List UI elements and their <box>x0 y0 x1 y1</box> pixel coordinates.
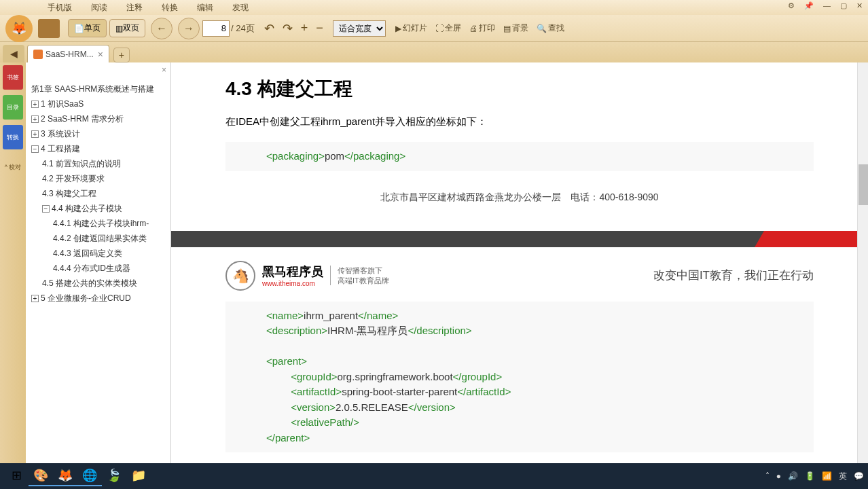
expand-icon[interactable]: + <box>31 130 39 138</box>
tray-volume-icon[interactable]: 🔊 <box>788 471 798 481</box>
code-block: <name>ihrm_parent</name> <description>IH… <box>225 302 814 453</box>
brand-logo-icon: 🐴 <box>225 261 255 291</box>
zoom-select[interactable]: 适合宽度 <box>333 20 386 37</box>
tree-node[interactable]: −4 工程搭建 <box>29 141 168 156</box>
open-folder-icon[interactable] <box>38 19 60 38</box>
view-double-button[interactable]: ▥双页 <box>109 19 145 37</box>
page-header: 🐴 黑马程序员www.itheima.com 传智播客旗下高端IT教育品牌 改变… <box>171 261 868 291</box>
print-button[interactable]: 🖨打印 <box>469 22 495 34</box>
tree-node[interactable]: +1 初识SaaS <box>29 96 168 111</box>
outline-panel: × 第1章 SAAS-HRM系统概述与搭建 +1 初识SaaS +2 SaaS-… <box>26 62 171 463</box>
expand-icon[interactable]: + <box>31 115 39 123</box>
taskbar-app[interactable]: 🦊 <box>53 466 77 486</box>
tree-node[interactable]: +2 SaaS-HRM 需求分析 <box>29 111 168 126</box>
fullscreen-button[interactable]: ⛶全屏 <box>435 22 461 34</box>
taskbar-explorer[interactable]: 📁 <box>126 466 151 486</box>
outline-tree: 第1章 SAAS-HRM系统概述与搭建 +1 初识SaaS +2 SaaS-HR… <box>26 62 170 308</box>
vertical-scrollbar[interactable] <box>857 62 868 463</box>
page-footer: 北京市昌平区建材城西路金燕龙办公楼一层 电话：400-618-9090 <box>225 192 814 204</box>
minimize-icon[interactable]: — <box>820 1 833 10</box>
tree-node[interactable]: −4.4 构建公共子模块 <box>29 201 168 216</box>
toolbar: 🦊 📄单页 ▥双页 ← → / 24页 ↶ ↷ + − 适合宽度 ▶幻灯片 ⛶全… <box>0 15 868 42</box>
page-input[interactable] <box>202 20 230 37</box>
app-logo-icon[interactable]: 🦊 <box>5 15 33 42</box>
tab-back-button[interactable]: ◀ <box>3 45 24 62</box>
tray-chevron-icon[interactable]: ˄ <box>765 471 770 481</box>
page-separator <box>171 231 868 247</box>
intro-text: 在IDEA中创建父工程ihrm_parent并导入相应的坐标如下： <box>225 115 814 128</box>
search-button[interactable]: 🔍查找 <box>537 22 564 34</box>
tray-wifi-icon[interactable]: 📶 <box>822 471 832 481</box>
tab-close-icon[interactable]: × <box>98 49 103 60</box>
outline-close-icon[interactable]: × <box>162 65 166 75</box>
menu-discover[interactable]: 发现 <box>232 2 249 14</box>
tree-chapter[interactable]: 第1章 SAAS-HRM系统概述与搭建 <box>29 82 168 96</box>
tray-battery-icon[interactable]: 🔋 <box>805 471 815 481</box>
maximize-icon[interactable]: ▢ <box>837 1 850 10</box>
windows-taskbar: ⊞ 🎨 🦊 🌐 🍃 📁 ˄ ● 🔊 🔋 📶 英 💬 <box>0 463 868 489</box>
document-tab[interactable]: SaaS-HRM... × <box>27 45 109 62</box>
menu-edit[interactable]: 编辑 <box>197 2 213 14</box>
taskbar-app[interactable]: 🍃 <box>102 466 126 486</box>
prev-page-button[interactable]: ← <box>151 18 173 39</box>
view-single-button[interactable]: 📄单页 <box>68 19 107 37</box>
tab-bar: ◀ SaaS-HRM... × + <box>0 42 868 62</box>
next-page-button[interactable]: → <box>178 18 200 39</box>
undo-icon[interactable]: ↶ <box>264 21 274 36</box>
taskbar-app[interactable]: 🎨 <box>29 466 53 486</box>
page-total: / 24页 <box>231 22 255 35</box>
section-title: 4.3 构建父工程 <box>225 76 814 102</box>
menu-read[interactable]: 阅读 <box>91 2 107 14</box>
convert-panel-icon[interactable]: 转换 <box>3 125 23 149</box>
tree-node[interactable]: +5 企业微服务-企业CRUD <box>29 291 168 306</box>
tray-notification-icon[interactable]: 💬 <box>854 471 864 481</box>
settings-icon[interactable]: ⚙ <box>785 1 797 10</box>
menu-mobile[interactable]: 手机版 <box>48 2 72 14</box>
zoom-in-icon[interactable]: + <box>301 21 308 35</box>
start-button[interactable]: ⊞ <box>4 466 29 486</box>
document-content[interactable]: 4.3 构建父工程 在IDEA中创建父工程ihrm_parent并导入相应的坐标… <box>171 62 868 463</box>
background-button[interactable]: ▤背景 <box>503 22 528 34</box>
collapse-icon[interactable]: − <box>42 205 50 213</box>
outline-panel-icon[interactable]: 目录 <box>3 95 23 120</box>
pin-icon[interactable]: 📌 <box>801 1 816 10</box>
close-icon[interactable]: ✕ <box>854 1 865 10</box>
tree-node[interactable]: 4.4.4 分布式ID生成器 <box>29 261 168 276</box>
redo-icon[interactable]: ↷ <box>283 21 293 36</box>
zoom-out-icon[interactable]: − <box>316 21 323 35</box>
tree-node[interactable]: 4.1 前置知识点的说明 <box>29 156 168 171</box>
add-tab-button[interactable]: + <box>113 48 130 62</box>
side-strip: 书签 目录 转换 ^ 校对 <box>0 62 26 463</box>
system-tray: ˄ ● 🔊 🔋 📶 英 💬 <box>765 471 864 482</box>
proofread-panel-icon[interactable]: ^ 校对 <box>3 155 23 179</box>
bookmark-panel-icon[interactable]: 书签 <box>3 65 23 90</box>
scrollbar-thumb[interactable] <box>858 164 868 205</box>
tree-node[interactable]: 4.4.1 构建公共子模块ihrm- <box>29 216 168 231</box>
expand-icon[interactable]: + <box>31 101 39 108</box>
menu-bar: 手机版 阅读 注释 转换 编辑 发现 <box>0 0 868 15</box>
pdf-icon <box>33 50 43 59</box>
tray-ime[interactable]: 英 <box>839 471 847 482</box>
expand-icon[interactable]: + <box>31 295 39 302</box>
collapse-icon[interactable]: − <box>31 145 39 153</box>
tab-title: SaaS-HRM... <box>46 50 94 59</box>
tray-network-icon[interactable]: ● <box>776 471 781 481</box>
menu-annotate[interactable]: 注释 <box>126 2 143 14</box>
brand-tagline: 改变中国IT教育，我们正在行动 <box>653 268 814 283</box>
tree-node[interactable]: 4.5 搭建公共的实体类模块 <box>29 276 168 291</box>
tree-node[interactable]: 4.4.3 返回码定义类 <box>29 246 168 261</box>
taskbar-chrome[interactable]: 🌐 <box>77 466 102 486</box>
menu-convert[interactable]: 转换 <box>162 2 178 14</box>
code-block: <packaging>pom</packaging> <box>225 142 814 171</box>
slideshow-button[interactable]: ▶幻灯片 <box>395 22 427 34</box>
tree-node[interactable]: 4.3 构建父工程 <box>29 186 168 201</box>
tree-node[interactable]: 4.4.2 创建返回结果实体类 <box>29 231 168 246</box>
window-controls: ⚙ 📌 — ▢ ✕ <box>785 1 865 10</box>
tree-node[interactable]: 4.2 开发环境要求 <box>29 171 168 186</box>
tree-node[interactable]: +3 系统设计 <box>29 126 168 141</box>
brand-subtitle: 传智播客旗下高端IT教育品牌 <box>330 266 389 285</box>
brand-name: 黑马程序员www.itheima.com <box>262 264 323 287</box>
